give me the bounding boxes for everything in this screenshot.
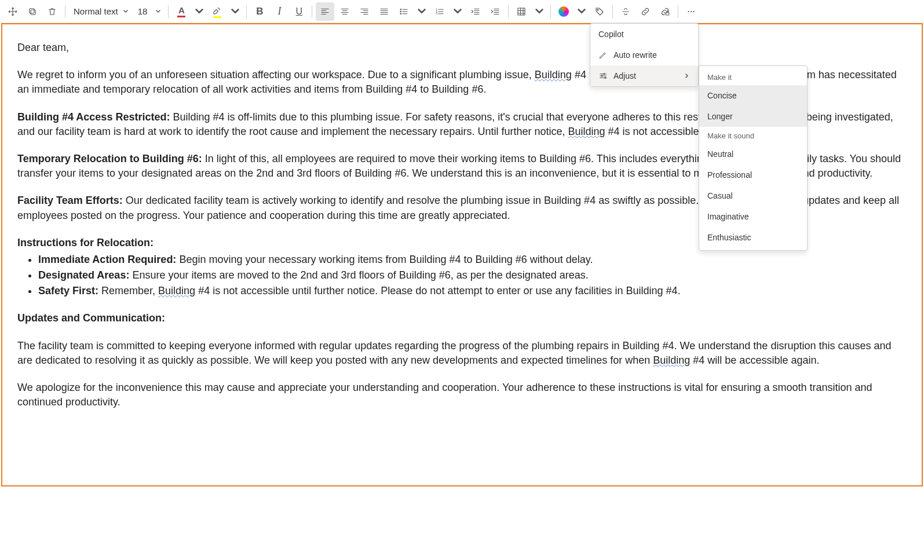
paragraph: Updates and Communication: [17,311,907,325]
paragraph: The facility team is committed to keepin… [17,339,907,368]
adjust-option-professional[interactable]: Professional [699,164,807,185]
chevron-down-icon [123,9,129,14]
rewrite-icon [598,50,608,60]
chevron-right-icon [684,73,690,79]
bold-button[interactable]: B [250,2,269,21]
adjust-option-concise[interactable]: Concise [699,85,807,106]
paragraph: Dear team, [17,41,907,55]
svg-point-14 [604,73,605,75]
paragraph: We apologize for the inconvenience this … [17,380,907,409]
chevron-down-icon [534,6,545,17]
font-color-button[interactable]: A [172,2,191,21]
menu-item-label: Copilot [598,30,624,39]
paragraph-style-label: Normal text [74,6,118,16]
chevron-down-icon [155,9,161,14]
svg-point-3 [400,11,401,12]
copilot-dropdown[interactable] [573,2,589,21]
copilot-icon [558,6,569,17]
table-dropdown[interactable] [531,2,547,21]
copilot-menu-adjust[interactable]: Adjust [590,65,698,86]
paragraph-style-select[interactable]: Normal text [69,2,133,21]
underline-button[interactable]: U [290,2,308,21]
align-justify-button[interactable] [375,2,393,21]
svg-rect-0 [31,10,35,14]
separator [550,5,551,18]
table-button[interactable] [512,2,531,21]
menu-item-label: Auto rewrite [613,50,657,60]
list-item: Immediate Action Required: Begin moving … [38,252,907,267]
svg-point-15 [601,75,603,77]
bullet-list: Immediate Action Required: Begin moving … [17,252,907,299]
adjust-option-enthusiastic[interactable]: Enthusiastic [699,227,807,248]
separator [168,5,169,18]
decrease-indent-button[interactable] [466,2,485,21]
adjust-option-longer[interactable]: Longer [699,106,807,127]
spelling-flag[interactable]: Building [535,69,572,80]
copilot-button[interactable] [554,2,573,21]
align-right-button[interactable] [355,2,374,21]
menu-item-label: Adjust [613,71,636,80]
move-icon[interactable] [3,2,22,21]
submenu-header: Make it sound [699,127,807,144]
font-size-select[interactable]: 18 [134,2,165,21]
spelling-flag[interactable]: Building [158,285,195,297]
svg-rect-8 [518,8,525,15]
list-item: Designated Areas: Ensure your items are … [38,268,907,283]
separator [612,5,613,18]
align-left-button[interactable] [316,2,334,21]
list-item: Safety First: Remember, Building #4 is n… [38,284,907,298]
adjust-option-neutral[interactable]: Neutral [699,144,807,164]
adjust-icon [598,71,608,80]
numbered-list-dropdown[interactable] [449,2,465,21]
copilot-menu: Copilot Auto rewrite Adjust [590,23,699,87]
highlight-dropdown[interactable] [227,2,243,21]
chevron-down-icon [576,6,587,17]
submenu-header: Make it [699,68,807,85]
svg-rect-1 [30,8,34,13]
align-center-button[interactable] [335,2,354,21]
numbered-list-button[interactable]: 123 [430,2,449,21]
svg-point-2 [400,9,401,10]
chevron-down-icon [452,6,463,17]
tag-button[interactable] [590,2,609,21]
strikethrough-button[interactable] [616,2,635,21]
font-size-value: 18 [138,6,148,16]
chevron-down-icon [194,6,204,17]
adjust-option-imaginative[interactable]: Imaginative [699,206,807,227]
separator [65,5,65,18]
adjust-option-casual[interactable]: Casual [699,185,807,206]
font-color-dropdown[interactable] [191,2,207,21]
link-button[interactable] [636,2,655,21]
chevron-down-icon [230,6,240,17]
svg-point-11 [688,10,689,12]
svg-point-9 [597,9,598,10]
highlight-button[interactable] [208,2,227,21]
delete-icon[interactable] [43,2,61,21]
svg-point-13 [693,10,695,12]
lock-link-button[interactable] [656,2,674,21]
separator [678,5,678,18]
toolbar: Normal text 18 A B I U [0,0,924,23]
separator [508,5,509,18]
svg-point-4 [400,13,401,14]
adjust-submenu: Make it Concise Longer Make it sound Neu… [699,65,808,251]
copilot-menu-auto-rewrite[interactable]: Auto rewrite [590,45,698,65]
copilot-menu-copilot[interactable]: Copilot [590,24,698,45]
bulleted-list-button[interactable] [395,2,413,21]
italic-button[interactable]: I [270,2,288,21]
separator [246,5,247,18]
svg-point-12 [691,10,692,12]
separator [312,5,312,18]
copy-icon[interactable] [23,2,42,21]
more-options-button[interactable] [682,2,700,21]
spelling-flag[interactable]: Building [653,354,690,366]
increase-indent-button[interactable] [486,2,505,21]
chevron-down-icon [417,6,427,17]
bulleted-list-dropdown[interactable] [413,2,429,21]
spelling-flag[interactable]: Building [568,126,605,137]
svg-text:3: 3 [436,12,438,15]
